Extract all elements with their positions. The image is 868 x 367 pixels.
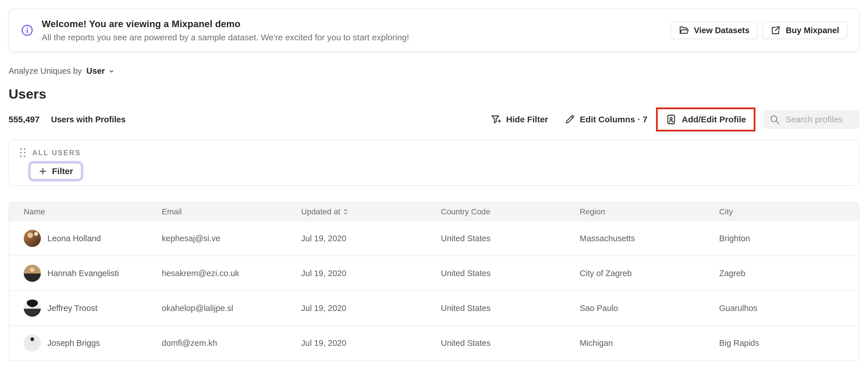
user-region: Massachusetts — [580, 234, 719, 243]
user-city: Brighton — [719, 234, 859, 243]
avatar — [24, 265, 41, 282]
avatar — [24, 300, 41, 317]
user-name: Hannah Evangelisti — [48, 269, 119, 278]
banner-title: Welcome! You are viewing a Mixpanel demo — [42, 19, 409, 29]
add-edit-profile-label: Add/Edit Profile — [682, 115, 746, 124]
users-table: Name Email Updated at Country Code Regio… — [8, 202, 860, 361]
user-country: United States — [441, 269, 580, 278]
plus-icon — [38, 167, 47, 176]
user-updated-at: Jul 19, 2020 — [301, 234, 441, 243]
external-link-icon — [771, 25, 781, 35]
user-name: Leona Holland — [48, 234, 101, 243]
table-row[interactable]: Joseph Briggs domfi@zem.kh Jul 19, 2020 … — [9, 326, 859, 361]
edit-columns-label: Edit Columns · 7 — [580, 115, 647, 124]
filter-button-focus-ring: Filter — [28, 161, 84, 182]
user-region: Sao Paulo — [580, 304, 719, 313]
buy-mixpanel-label: Buy Mixpanel — [786, 26, 839, 35]
user-email: hesakrem@ezi.co.uk — [162, 269, 301, 278]
user-city: Zagreb — [719, 269, 859, 278]
search-profiles-box[interactable] — [763, 110, 860, 129]
profiles-count: 555,497 — [8, 115, 39, 124]
filter-card: ALL USERS Filter — [8, 140, 860, 186]
view-datasets-label: View Datasets — [694, 26, 750, 35]
sort-icon — [343, 208, 348, 216]
page-title: Users — [8, 86, 868, 102]
column-header-country-code[interactable]: Country Code — [441, 207, 580, 216]
user-updated-at: Jul 19, 2020 — [301, 338, 441, 348]
user-email: domfi@zem.kh — [162, 338, 301, 348]
avatar — [24, 334, 41, 351]
table-row[interactable]: Jeffrey Troost okahelop@lalijpe.sl Jul 1… — [9, 291, 859, 326]
column-header-region[interactable]: Region — [580, 207, 719, 216]
add-edit-profile-button[interactable]: Add/Edit Profile — [665, 114, 746, 125]
user-region: City of Zagreb — [580, 269, 719, 278]
hide-filter-label: Hide Filter — [506, 115, 548, 124]
user-country: United States — [441, 338, 580, 348]
edit-columns-button[interactable]: Edit Columns · 7 — [565, 114, 647, 125]
user-name: Jeffrey Troost — [48, 304, 97, 313]
table-row[interactable]: Leona Holland kephesaj@si.ve Jul 19, 202… — [9, 221, 859, 256]
add-filter-button[interactable]: Filter — [30, 163, 82, 180]
buy-mixpanel-button[interactable]: Buy Mixpanel — [762, 22, 847, 39]
folder-icon — [679, 25, 689, 35]
banner-subtitle: All the reports you see are powered by a… — [42, 33, 409, 42]
add-edit-profile-annotation: Add/Edit Profile — [656, 108, 755, 131]
user-email: okahelop@lalijpe.sl — [162, 304, 301, 313]
add-filter-label: Filter — [52, 166, 73, 176]
user-city: Big Rapids — [719, 338, 859, 348]
pencil-icon — [565, 114, 575, 125]
user-country: United States — [441, 234, 580, 243]
column-header-city[interactable]: City — [719, 207, 859, 216]
column-header-name[interactable]: Name — [24, 207, 162, 216]
user-updated-at: Jul 19, 2020 — [301, 269, 441, 278]
user-name: Joseph Briggs — [48, 338, 100, 348]
avatar — [24, 230, 41, 247]
column-header-email[interactable]: Email — [162, 207, 301, 216]
all-users-group-label: ALL USERS — [32, 149, 81, 157]
profile-badge-icon — [665, 114, 677, 125]
hide-filter-button[interactable]: Hide Filter — [491, 114, 548, 125]
user-city: Guarulhos — [719, 304, 859, 313]
user-region: Michigan — [580, 338, 719, 348]
search-profiles-input[interactable] — [785, 115, 853, 124]
info-icon — [21, 24, 33, 36]
user-email: kephesaj@si.ve — [162, 234, 301, 243]
table-row[interactable]: Hannah Evangelisti hesakrem@ezi.co.uk Ju… — [9, 256, 859, 291]
search-icon — [769, 114, 780, 125]
view-datasets-button[interactable]: View Datasets — [671, 22, 758, 39]
user-updated-at: Jul 19, 2020 — [301, 304, 441, 313]
table-header-row: Name Email Updated at Country Code Regio… — [9, 202, 859, 221]
chevron-down-icon — [108, 68, 115, 74]
analyze-by-dropdown[interactable]: User — [86, 66, 115, 76]
analyze-by-value: User — [86, 66, 105, 76]
column-header-updated-at[interactable]: Updated at — [301, 207, 441, 216]
drag-handle-icon[interactable] — [20, 148, 25, 157]
analyze-uniques-row: Analyze Uniques by User — [8, 66, 868, 76]
user-country: United States — [441, 304, 580, 313]
filter-funnel-icon — [491, 114, 501, 125]
profiles-count-label: Users with Profiles — [51, 115, 125, 124]
welcome-banner: Welcome! You are viewing a Mixpanel demo… — [8, 8, 860, 52]
analyze-uniques-label: Analyze Uniques by — [8, 66, 82, 76]
